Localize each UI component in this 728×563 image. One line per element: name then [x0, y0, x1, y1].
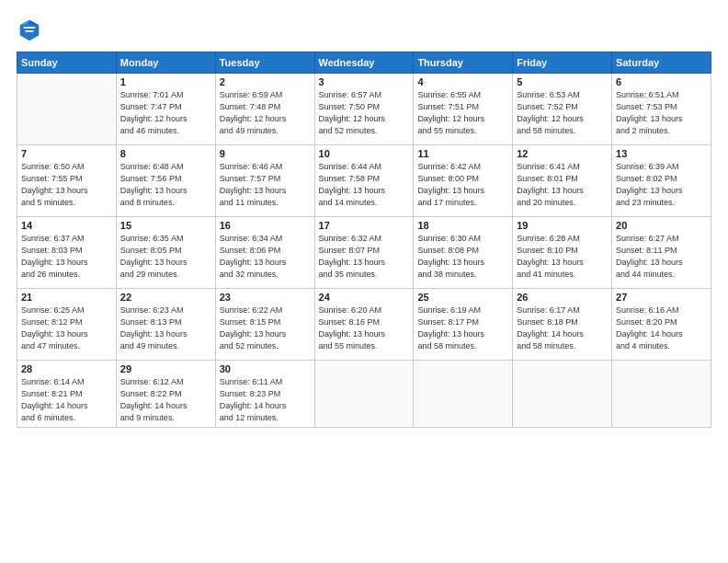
calendar-cell: 3Sunrise: 6:57 AM Sunset: 7:50 PM Daylig… [314, 74, 414, 145]
calendar-cell: 6Sunrise: 6:51 AM Sunset: 7:53 PM Daylig… [612, 74, 711, 145]
calendar-cell: 2Sunrise: 6:59 AM Sunset: 7:48 PM Daylig… [215, 74, 314, 145]
calendar-cell: 15Sunrise: 6:35 AM Sunset: 8:05 PM Dayli… [116, 217, 215, 289]
day-number: 5 [517, 76, 608, 87]
day-info: Sunrise: 6:59 AM Sunset: 7:48 PM Dayligh… [220, 89, 311, 137]
day-info: Sunrise: 6:19 AM Sunset: 8:17 PM Dayligh… [417, 304, 508, 352]
calendar-cell: 10Sunrise: 6:44 AM Sunset: 7:58 PM Dayli… [314, 145, 414, 217]
day-of-week-header: Saturday [612, 52, 711, 74]
day-info: Sunrise: 6:53 AM Sunset: 7:52 PM Dayligh… [517, 89, 608, 137]
calendar-cell: 20Sunrise: 6:27 AM Sunset: 8:11 PM Dayli… [612, 217, 711, 289]
day-info: Sunrise: 6:57 AM Sunset: 7:50 PM Dayligh… [319, 89, 410, 137]
calendar-week-row: 7Sunrise: 6:50 AM Sunset: 7:55 PM Daylig… [17, 145, 711, 217]
day-number: 28 [21, 363, 112, 374]
calendar-cell: 22Sunrise: 6:23 AM Sunset: 8:13 PM Dayli… [116, 289, 215, 361]
calendar-cell [17, 74, 117, 145]
day-number: 2 [220, 76, 311, 87]
day-info: Sunrise: 6:44 AM Sunset: 7:58 PM Dayligh… [319, 161, 410, 209]
day-info: Sunrise: 6:32 AM Sunset: 8:07 PM Dayligh… [319, 233, 410, 281]
day-number: 18 [417, 220, 508, 231]
day-info: Sunrise: 6:55 AM Sunset: 7:51 PM Dayligh… [417, 89, 508, 137]
calendar-cell: 14Sunrise: 6:37 AM Sunset: 8:03 PM Dayli… [17, 217, 117, 289]
day-info: Sunrise: 6:50 AM Sunset: 7:55 PM Dayligh… [21, 161, 112, 209]
day-number: 30 [220, 363, 311, 374]
day-number: 11 [417, 148, 508, 159]
day-info: Sunrise: 6:35 AM Sunset: 8:05 PM Dayligh… [120, 233, 211, 281]
day-info: Sunrise: 6:23 AM Sunset: 8:13 PM Dayligh… [120, 304, 211, 352]
day-info: Sunrise: 6:34 AM Sunset: 8:06 PM Dayligh… [220, 233, 311, 281]
svg-rect-3 [23, 27, 35, 29]
days-of-week-row: SundayMondayTuesdayWednesdayThursdayFrid… [17, 52, 711, 74]
calendar-table: SundayMondayTuesdayWednesdayThursdayFrid… [17, 52, 711, 428]
day-info: Sunrise: 6:46 AM Sunset: 7:57 PM Dayligh… [220, 161, 311, 209]
calendar-cell: 30Sunrise: 6:11 AM Sunset: 8:23 PM Dayli… [215, 361, 314, 428]
day-info: Sunrise: 6:27 AM Sunset: 8:11 PM Dayligh… [616, 233, 707, 281]
calendar-body: 1Sunrise: 7:01 AM Sunset: 7:47 PM Daylig… [17, 74, 711, 428]
day-info: Sunrise: 7:01 AM Sunset: 7:47 PM Dayligh… [120, 89, 211, 137]
day-number: 24 [319, 292, 410, 303]
calendar-cell: 29Sunrise: 6:12 AM Sunset: 8:22 PM Dayli… [116, 361, 215, 428]
day-info: Sunrise: 6:30 AM Sunset: 8:08 PM Dayligh… [417, 233, 508, 281]
day-number: 15 [120, 220, 211, 231]
day-number: 4 [417, 76, 508, 87]
day-info: Sunrise: 6:14 AM Sunset: 8:21 PM Dayligh… [21, 376, 112, 424]
day-info: Sunrise: 6:28 AM Sunset: 8:10 PM Dayligh… [517, 233, 608, 281]
day-number: 7 [21, 148, 112, 159]
day-of-week-header: Monday [116, 52, 215, 74]
calendar-cell: 11Sunrise: 6:42 AM Sunset: 8:00 PM Dayli… [414, 145, 513, 217]
calendar-cell [414, 361, 513, 428]
calendar-cell: 9Sunrise: 6:46 AM Sunset: 7:57 PM Daylig… [215, 145, 314, 217]
day-number: 19 [517, 220, 608, 231]
calendar-cell: 5Sunrise: 6:53 AM Sunset: 7:52 PM Daylig… [513, 74, 612, 145]
calendar-cell: 26Sunrise: 6:17 AM Sunset: 8:18 PM Dayli… [513, 289, 612, 361]
day-info: Sunrise: 6:51 AM Sunset: 7:53 PM Dayligh… [616, 89, 707, 137]
day-number: 29 [120, 363, 211, 374]
logo-icon [17, 17, 42, 42]
day-number: 17 [319, 220, 410, 231]
day-of-week-header: Wednesday [314, 52, 414, 74]
day-info: Sunrise: 6:12 AM Sunset: 8:22 PM Dayligh… [120, 376, 211, 424]
calendar-cell: 12Sunrise: 6:41 AM Sunset: 8:01 PM Dayli… [513, 145, 612, 217]
day-info: Sunrise: 6:39 AM Sunset: 8:02 PM Dayligh… [616, 161, 707, 209]
day-info: Sunrise: 6:25 AM Sunset: 8:12 PM Dayligh… [21, 304, 112, 352]
day-info: Sunrise: 6:41 AM Sunset: 8:01 PM Dayligh… [517, 161, 608, 209]
day-number: 21 [21, 292, 112, 303]
day-info: Sunrise: 6:11 AM Sunset: 8:23 PM Dayligh… [220, 376, 311, 424]
day-info: Sunrise: 6:48 AM Sunset: 7:56 PM Dayligh… [120, 161, 211, 209]
calendar-cell: 1Sunrise: 7:01 AM Sunset: 7:47 PM Daylig… [116, 74, 215, 145]
calendar-cell: 24Sunrise: 6:20 AM Sunset: 8:16 PM Dayli… [314, 289, 414, 361]
calendar-cell: 19Sunrise: 6:28 AM Sunset: 8:10 PM Dayli… [513, 217, 612, 289]
day-info: Sunrise: 6:42 AM Sunset: 8:00 PM Dayligh… [417, 161, 508, 209]
calendar-cell: 17Sunrise: 6:32 AM Sunset: 8:07 PM Dayli… [314, 217, 414, 289]
day-number: 20 [616, 220, 707, 231]
calendar-cell: 23Sunrise: 6:22 AM Sunset: 8:15 PM Dayli… [215, 289, 314, 361]
calendar-week-row: 21Sunrise: 6:25 AM Sunset: 8:12 PM Dayli… [17, 289, 711, 361]
day-number: 9 [220, 148, 311, 159]
calendar-cell: 7Sunrise: 6:50 AM Sunset: 7:55 PM Daylig… [17, 145, 117, 217]
day-number: 6 [616, 76, 707, 87]
calendar-cell [314, 361, 414, 428]
day-info: Sunrise: 6:16 AM Sunset: 8:20 PM Dayligh… [616, 304, 707, 352]
svg-rect-4 [25, 30, 33, 32]
calendar-cell: 4Sunrise: 6:55 AM Sunset: 7:51 PM Daylig… [414, 74, 513, 145]
calendar-cell: 16Sunrise: 6:34 AM Sunset: 8:06 PM Dayli… [215, 217, 314, 289]
day-number: 26 [517, 292, 608, 303]
day-number: 22 [120, 292, 211, 303]
day-info: Sunrise: 6:20 AM Sunset: 8:16 PM Dayligh… [319, 304, 410, 352]
day-number: 27 [616, 292, 707, 303]
calendar-cell [513, 361, 612, 428]
calendar-cell: 13Sunrise: 6:39 AM Sunset: 8:02 PM Dayli… [612, 145, 711, 217]
day-number: 10 [319, 148, 410, 159]
day-of-week-header: Tuesday [215, 52, 314, 74]
calendar-cell: 8Sunrise: 6:48 AM Sunset: 7:56 PM Daylig… [116, 145, 215, 217]
day-info: Sunrise: 6:22 AM Sunset: 8:15 PM Dayligh… [220, 304, 311, 352]
day-number: 23 [220, 292, 311, 303]
day-info: Sunrise: 6:37 AM Sunset: 8:03 PM Dayligh… [21, 233, 112, 281]
calendar-week-row: 14Sunrise: 6:37 AM Sunset: 8:03 PM Dayli… [17, 217, 711, 289]
day-number: 3 [319, 76, 410, 87]
calendar-cell: 28Sunrise: 6:14 AM Sunset: 8:21 PM Dayli… [17, 361, 117, 428]
day-number: 13 [616, 148, 707, 159]
calendar-cell: 21Sunrise: 6:25 AM Sunset: 8:12 PM Dayli… [17, 289, 117, 361]
calendar-week-row: 1Sunrise: 7:01 AM Sunset: 7:47 PM Daylig… [17, 74, 711, 145]
day-number: 12 [517, 148, 608, 159]
day-number: 8 [120, 148, 211, 159]
